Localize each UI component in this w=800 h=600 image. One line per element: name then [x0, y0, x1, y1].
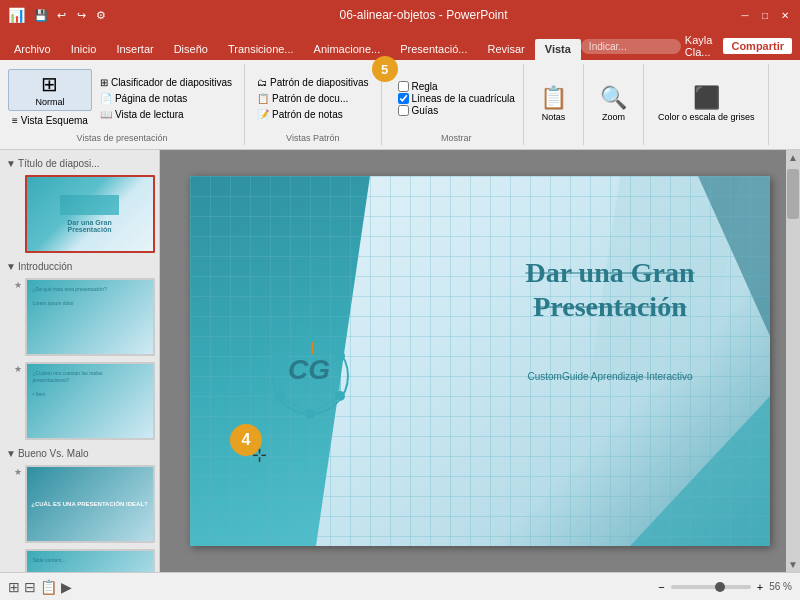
patron-notas-button[interactable]: 📝 Patrón de notas: [253, 107, 372, 122]
title-bar: 📊 💾 ↩ ↪ ⚙ 06-alinear-objetos - PowerPoin…: [0, 0, 800, 30]
undo-icon[interactable]: ↩: [53, 7, 69, 23]
ribbon-tab-bar: Archivo Inicio Insertar Diseño Transicio…: [0, 30, 800, 60]
tab-vista[interactable]: Vista: [535, 39, 581, 60]
tab-animaciones[interactable]: Animacione...: [304, 39, 391, 60]
section-label-1: ▼ Título de diaposi...: [4, 154, 155, 171]
zoom-plus-button[interactable]: +: [757, 581, 763, 593]
mostrar-content: Regla Líneas de la cuadrícula Guías: [398, 66, 515, 131]
section-title-3: Bueno Vs. Malo: [18, 448, 89, 459]
normal-button[interactable]: ⊞ Normal: [8, 69, 92, 111]
zoom-icon: 🔍: [600, 85, 627, 111]
zoom-percent-label: 56 %: [769, 581, 792, 592]
slide-thumb-3[interactable]: ¿Cuánto nos cuestan las malaspresentacio…: [25, 362, 155, 440]
quick-access-toolbar: 💾 ↩ ↪ ⚙: [33, 7, 109, 23]
pagina-notas-label: Página de notas: [115, 93, 187, 104]
vistas-group-label: Vistas de presentación: [77, 131, 168, 143]
lineas-checkbox[interactable]: Líneas de la cuadrícula: [398, 93, 515, 104]
lectura-icon: 📖: [100, 109, 112, 120]
esquema-label: Vista Esquema: [21, 115, 88, 126]
regla-check-input[interactable]: [398, 81, 409, 92]
normal-btn-group: ⊞ Normal ≡ Vista Esquema: [8, 69, 92, 128]
notas-button[interactable]: 📋 Notas: [534, 83, 573, 125]
app-icon: 📊: [8, 7, 25, 23]
main-content: ▼ Título de diaposi... 1 Dar una GranPre…: [0, 150, 800, 572]
slide-thumb-4[interactable]: ¿CUÁL ES UNA PRESENTACIÓN IDEAL?: [25, 465, 155, 543]
vista-lectura-button[interactable]: 📖 Vista de lectura: [96, 107, 236, 122]
move-cursor-icon: ⊹: [252, 444, 267, 466]
section-arrow-1: ▼: [6, 158, 16, 169]
view-notes-icon[interactable]: 📋: [40, 579, 57, 595]
tab-inicio[interactable]: Inicio: [61, 39, 107, 60]
color-icon: ⬛: [693, 85, 720, 111]
regla-checkbox[interactable]: Regla: [398, 81, 515, 92]
lineas-check-input[interactable]: [398, 93, 409, 104]
lineas-label: Líneas de la cuadrícula: [412, 93, 515, 104]
customize-icon[interactable]: ⚙: [93, 7, 109, 23]
status-bar: ⊞ ⊟ 📋 ▶ − + 56 %: [0, 572, 800, 600]
tab-insertar[interactable]: Insertar: [106, 39, 163, 60]
vistas-content: ⊞ Normal ≡ Vista Esquema ⊞ Clasificador …: [8, 66, 236, 131]
clasificador-button[interactable]: ⊞ Clasificador de diapositivas: [96, 75, 236, 90]
ribbon-group-mostrar: Regla Líneas de la cuadrícula Guías Most…: [390, 64, 524, 145]
tab-transiciones[interactable]: Transicione...: [218, 39, 304, 60]
tab-archivo[interactable]: Archivo: [4, 39, 61, 60]
save-icon[interactable]: 💾: [33, 7, 49, 23]
redo-icon[interactable]: ↪: [73, 7, 89, 23]
slide-star-4: ★: [14, 467, 22, 477]
patron-docu-icon: 📋: [257, 93, 269, 104]
notas-icon: 📋: [540, 85, 567, 111]
zoom-minus-button[interactable]: −: [658, 581, 664, 593]
search-input[interactable]: [581, 39, 681, 54]
zoom-button[interactable]: 🔍 Zoom: [594, 83, 633, 125]
guias-checkbox[interactable]: Guías: [398, 105, 515, 116]
pagina-notas-button[interactable]: 📄 Página de notas: [96, 91, 236, 106]
guias-check-input[interactable]: [398, 105, 409, 116]
tab-presentacion[interactable]: Presentació...: [390, 39, 477, 60]
share-button[interactable]: Compartir: [723, 38, 792, 54]
ribbon-group-patron: 🗂 Patrón de diapositivas 📋 Patrón de doc…: [245, 64, 381, 145]
vertical-scrollbar[interactable]: ▲ ▼: [786, 150, 800, 572]
vista-esquema-button[interactable]: ≡ Vista Esquema: [8, 113, 92, 128]
close-button[interactable]: ✕: [778, 8, 792, 22]
tab-diseno[interactable]: Diseño: [164, 39, 218, 60]
zoom-slider-bar[interactable]: [671, 585, 751, 589]
tab-revisar[interactable]: Revisar: [477, 39, 534, 60]
view-grid-icon[interactable]: ⊟: [24, 579, 36, 595]
section-title-1: Título de diaposi...: [18, 158, 100, 169]
slide-panel[interactable]: ▼ Título de diaposi... 1 Dar una GranPre…: [0, 150, 160, 572]
ribbon-group-notas: 📋 Notas: [524, 64, 584, 145]
clasificador-label: Clasificador de diapositivas: [111, 77, 232, 88]
patron-diap-button[interactable]: 🗂 Patrón de diapositivas: [253, 75, 372, 90]
color-content: ⬛ Color o escala de grises: [652, 66, 761, 141]
patron-notas-label: Patrón de notas: [272, 109, 343, 120]
patron-diap-icon: 🗂: [257, 77, 267, 88]
thumb-content-5: Slide content...: [27, 551, 153, 572]
view-normal-icon[interactable]: ⊞: [8, 579, 20, 595]
slide-thumb-1[interactable]: Dar una GranPresentación: [25, 175, 155, 253]
notas-content: 📋 Notas: [534, 66, 573, 141]
notas-label: Notas: [542, 113, 566, 123]
user-name: Kayla Cla...: [685, 34, 720, 58]
window-controls: ─ □ ✕: [738, 8, 792, 22]
slide-row-5: 5 Slide content...: [4, 547, 155, 572]
slide-thumb-5[interactable]: Slide content...: [25, 549, 155, 572]
view-reading-icon[interactable]: ▶: [61, 579, 72, 595]
thumb-content-3: ¿Cuánto nos cuestan las malaspresentacio…: [27, 364, 153, 438]
ribbon-group-color: ⬛ Color o escala de grises: [644, 64, 770, 145]
ribbon-header-right: Kayla Cla... Compartir: [581, 34, 800, 60]
color-button[interactable]: ⬛ Color o escala de grises: [652, 83, 761, 125]
zoom-slider-thumb[interactable]: [715, 582, 725, 592]
patron-diap-label: Patrón de diapositivas: [270, 77, 368, 88]
lectura-label: Vista de lectura: [115, 109, 184, 120]
patron-docu-button[interactable]: 📋 Patrón de docu...: [253, 91, 372, 106]
slide-subtitle: CustomGuide Aprendizaje Interactivo: [480, 371, 740, 382]
maximize-button[interactable]: □: [758, 8, 772, 22]
thumb-content-4: ¿CUÁL ES UNA PRESENTACIÓN IDEAL?: [27, 467, 153, 541]
cg-logo-group[interactable]: ↑ CG: [250, 316, 370, 436]
badge-5: 5: [372, 56, 398, 82]
gear-icon: ⚙: [295, 321, 309, 340]
minimize-button[interactable]: ─: [738, 8, 752, 22]
scrollbar-thumb[interactable]: [787, 169, 799, 219]
slide-thumb-2[interactable]: ¿De qué trata esta presentación?Lorem ip…: [25, 278, 155, 356]
patron-col: 🗂 Patrón de diapositivas 📋 Patrón de doc…: [253, 75, 372, 122]
